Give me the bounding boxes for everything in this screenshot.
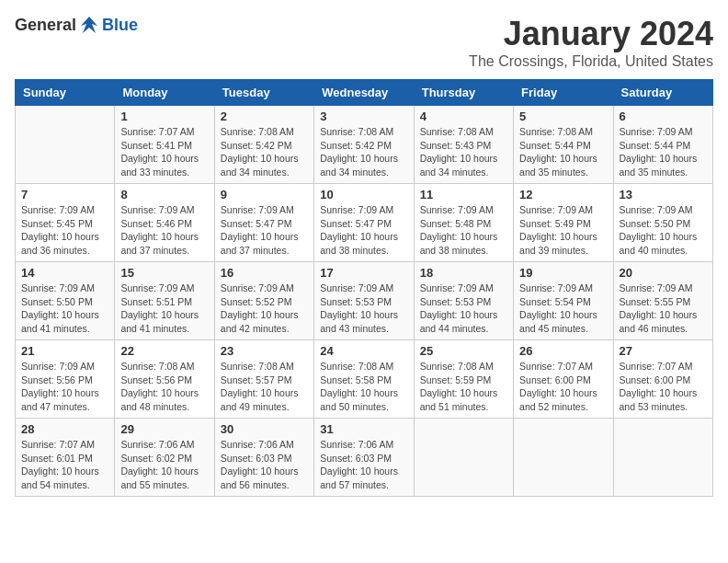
day-number: 4: [420, 109, 507, 123]
day-number: 21: [21, 344, 108, 358]
day-number: 2: [221, 109, 308, 123]
calendar-cell: 22Sunrise: 7:08 AMSunset: 5:56 PMDayligh…: [115, 340, 214, 419]
day-info: Sunrise: 7:07 AMSunset: 5:41 PMDaylight:…: [120, 125, 208, 179]
day-info: Sunrise: 7:09 AMSunset: 5:54 PMDaylight:…: [519, 282, 607, 336]
calendar-cell: 17Sunrise: 7:09 AMSunset: 5:53 PMDayligh…: [314, 262, 414, 340]
day-number: 9: [221, 188, 308, 201]
day-number: 20: [620, 266, 707, 280]
day-number: 11: [420, 188, 507, 201]
day-info: Sunrise: 7:06 AMSunset: 6:03 PMDaylight:…: [320, 438, 407, 492]
day-info: Sunrise: 7:09 AMSunset: 5:46 PMDaylight:…: [120, 203, 208, 258]
day-number: 24: [320, 344, 407, 358]
day-header-monday: Monday: [115, 80, 214, 106]
day-number: 31: [320, 422, 407, 436]
calendar-cell: 30Sunrise: 7:06 AMSunset: 6:03 PMDayligh…: [214, 419, 313, 497]
calendar-cell: 14Sunrise: 7:09 AMSunset: 5:50 PMDayligh…: [16, 262, 115, 340]
month-title: January 2024: [469, 15, 713, 53]
day-info: Sunrise: 7:09 AMSunset: 5:48 PMDaylight:…: [420, 203, 507, 258]
day-info: Sunrise: 7:08 AMSunset: 5:42 PMDaylight:…: [320, 125, 407, 179]
day-info: Sunrise: 7:06 AMSunset: 6:03 PMDaylight:…: [221, 438, 308, 492]
day-info: Sunrise: 7:09 AMSunset: 5:45 PMDaylight:…: [21, 203, 108, 258]
calendar-cell: 29Sunrise: 7:06 AMSunset: 6:02 PMDayligh…: [115, 419, 214, 497]
calendar-cell: 15Sunrise: 7:09 AMSunset: 5:51 PMDayligh…: [115, 262, 214, 340]
week-row-5: 28Sunrise: 7:07 AMSunset: 6:01 PMDayligh…: [16, 419, 713, 497]
day-info: Sunrise: 7:08 AMSunset: 5:42 PMDaylight:…: [221, 125, 308, 179]
week-row-1: 1Sunrise: 7:07 AMSunset: 5:41 PMDaylight…: [16, 106, 713, 184]
day-number: 30: [221, 422, 308, 436]
calendar-cell: 6Sunrise: 7:09 AMSunset: 5:44 PMDaylight…: [613, 106, 712, 184]
calendar-cell: 5Sunrise: 7:08 AMSunset: 5:44 PMDaylight…: [514, 106, 613, 184]
day-info: Sunrise: 7:07 AMSunset: 6:01 PMDaylight:…: [21, 438, 108, 492]
day-info: Sunrise: 7:09 AMSunset: 5:47 PMDaylight:…: [320, 203, 407, 258]
day-number: 27: [620, 344, 707, 358]
calendar-cell: 23Sunrise: 7:08 AMSunset: 5:57 PMDayligh…: [214, 340, 313, 419]
calendar-cell: [414, 419, 513, 497]
day-number: 17: [320, 266, 407, 280]
logo-area: General Blue: [15, 15, 138, 35]
day-number: 7: [21, 188, 108, 201]
day-header-friday: Friday: [514, 80, 613, 106]
title-area: January 2024 The Crossings, Florida, Uni…: [469, 15, 713, 70]
calendar-cell: 7Sunrise: 7:09 AMSunset: 5:45 PMDaylight…: [16, 184, 115, 262]
day-number: 28: [21, 422, 108, 436]
logo-bird-icon: [79, 15, 99, 35]
day-info: Sunrise: 7:08 AMSunset: 5:56 PMDaylight:…: [120, 360, 208, 414]
day-number: 8: [120, 188, 208, 201]
day-number: 10: [320, 188, 407, 201]
day-info: Sunrise: 7:09 AMSunset: 5:56 PMDaylight:…: [21, 360, 108, 414]
calendar-cell: [16, 106, 115, 184]
calendar-cell: 24Sunrise: 7:08 AMSunset: 5:58 PMDayligh…: [314, 340, 414, 419]
logo-blue-text: Blue: [102, 16, 138, 35]
header: General Blue January 2024 The Crossings,…: [15, 15, 713, 70]
day-number: 22: [120, 344, 208, 358]
day-number: 23: [221, 344, 308, 358]
day-info: Sunrise: 7:08 AMSunset: 5:44 PMDaylight:…: [519, 125, 607, 179]
calendar-cell: 8Sunrise: 7:09 AMSunset: 5:46 PMDaylight…: [115, 184, 214, 262]
location-subtitle: The Crossings, Florida, United States: [469, 53, 713, 70]
calendar-cell: [613, 419, 712, 497]
calendar-cell: 28Sunrise: 7:07 AMSunset: 6:01 PMDayligh…: [16, 419, 115, 497]
day-info: Sunrise: 7:07 AMSunset: 6:00 PMDaylight:…: [519, 360, 607, 414]
day-info: Sunrise: 7:09 AMSunset: 5:55 PMDaylight:…: [620, 282, 707, 336]
calendar-cell: 11Sunrise: 7:09 AMSunset: 5:48 PMDayligh…: [414, 184, 513, 262]
calendar-cell: 12Sunrise: 7:09 AMSunset: 5:49 PMDayligh…: [514, 184, 613, 262]
calendar-cell: 1Sunrise: 7:07 AMSunset: 5:41 PMDaylight…: [115, 106, 214, 184]
week-row-2: 7Sunrise: 7:09 AMSunset: 5:45 PMDaylight…: [16, 184, 713, 262]
calendar-cell: 18Sunrise: 7:09 AMSunset: 5:53 PMDayligh…: [414, 262, 513, 340]
day-number: 1: [120, 109, 208, 123]
day-number: 25: [420, 344, 507, 358]
week-row-3: 14Sunrise: 7:09 AMSunset: 5:50 PMDayligh…: [16, 262, 713, 340]
day-number: 26: [519, 344, 607, 358]
calendar-cell: 21Sunrise: 7:09 AMSunset: 5:56 PMDayligh…: [16, 340, 115, 419]
day-info: Sunrise: 7:09 AMSunset: 5:53 PMDaylight:…: [320, 282, 407, 336]
day-number: 3: [320, 109, 407, 123]
logo: General Blue: [15, 15, 138, 35]
calendar-cell: [514, 419, 613, 497]
day-info: Sunrise: 7:08 AMSunset: 5:59 PMDaylight:…: [420, 360, 507, 414]
day-info: Sunrise: 7:09 AMSunset: 5:44 PMDaylight:…: [620, 125, 707, 179]
calendar-cell: 3Sunrise: 7:08 AMSunset: 5:42 PMDaylight…: [314, 106, 414, 184]
day-number: 12: [519, 188, 607, 201]
calendar-table: SundayMondayTuesdayWednesdayThursdayFrid…: [15, 79, 713, 497]
week-row-4: 21Sunrise: 7:09 AMSunset: 5:56 PMDayligh…: [16, 340, 713, 419]
day-info: Sunrise: 7:06 AMSunset: 6:02 PMDaylight:…: [120, 438, 208, 492]
day-info: Sunrise: 7:09 AMSunset: 5:52 PMDaylight:…: [221, 282, 308, 336]
calendar-cell: 27Sunrise: 7:07 AMSunset: 6:00 PMDayligh…: [613, 340, 712, 419]
logo-general-text: General: [15, 16, 76, 35]
day-info: Sunrise: 7:08 AMSunset: 5:43 PMDaylight:…: [420, 125, 507, 179]
calendar-cell: 13Sunrise: 7:09 AMSunset: 5:50 PMDayligh…: [613, 184, 712, 262]
day-info: Sunrise: 7:09 AMSunset: 5:50 PMDaylight:…: [620, 203, 707, 258]
day-info: Sunrise: 7:09 AMSunset: 5:53 PMDaylight:…: [420, 282, 507, 336]
day-number: 18: [420, 266, 507, 280]
svg-marker-0: [81, 17, 97, 33]
calendar-cell: 20Sunrise: 7:09 AMSunset: 5:55 PMDayligh…: [613, 262, 712, 340]
day-info: Sunrise: 7:09 AMSunset: 5:47 PMDaylight:…: [221, 203, 308, 258]
day-number: 14: [21, 266, 108, 280]
calendar-cell: 31Sunrise: 7:06 AMSunset: 6:03 PMDayligh…: [314, 419, 414, 497]
day-number: 5: [519, 109, 607, 123]
calendar-cell: 26Sunrise: 7:07 AMSunset: 6:00 PMDayligh…: [514, 340, 613, 419]
calendar-cell: 9Sunrise: 7:09 AMSunset: 5:47 PMDaylight…: [214, 184, 313, 262]
day-header-sunday: Sunday: [16, 80, 115, 106]
day-info: Sunrise: 7:07 AMSunset: 6:00 PMDaylight:…: [620, 360, 707, 414]
header-row: SundayMondayTuesdayWednesdayThursdayFrid…: [16, 80, 713, 106]
